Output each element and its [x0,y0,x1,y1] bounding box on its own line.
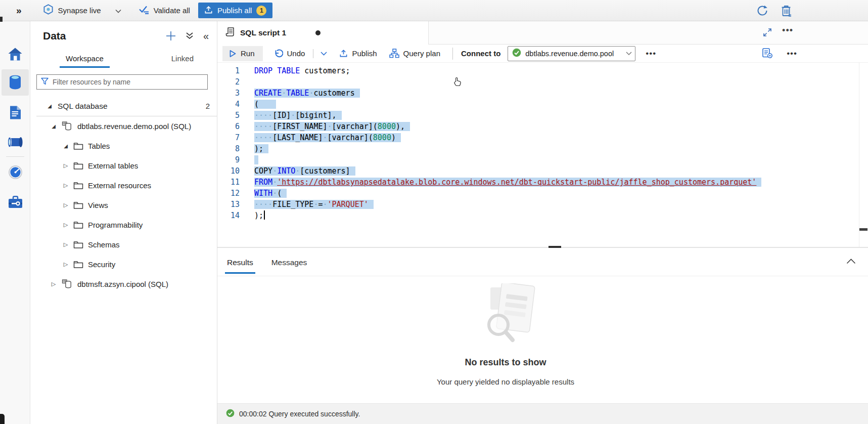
validate-all-button[interactable]: Validate all [139,5,190,16]
add-resource-icon[interactable] [166,31,176,41]
code-line[interactable]: 7····[LAST_NAME]·[varchar](8000) [217,132,868,143]
line-number: 2 [217,76,240,88]
expanded-node-icon[interactable]: ◢ [62,143,70,149]
nav-manage-icon[interactable] [0,195,30,209]
connect-to-pool-dropdown[interactable]: dbtlabs.revenue.demo.pool [508,46,635,61]
more-commands-icon[interactable]: ••• [641,49,661,59]
top-command-bar: » Synapse live Validate all Publish all … [0,0,868,21]
tree-item[interactable]: ▷dbtmsft.azsyn.cipool (SQL) [30,274,217,294]
tree-item[interactable]: ◢dbtlabs.revenue.demo.pool (SQL) [30,116,217,136]
publish-button[interactable]: Publish [334,46,382,61]
tab-linked[interactable]: Linked [165,50,200,68]
run-button[interactable]: Run [222,46,263,61]
chevron-down-icon[interactable] [115,6,121,15]
publish-count-badge: 1 [256,6,266,16]
selected-text: ····[ID]·[bigint], [254,111,342,120]
code-line[interactable]: 12WITH·( [217,188,868,199]
scrollbar-cursor-marker[interactable] [859,228,867,231]
code-line[interactable]: 8); [217,143,868,154]
folder-icon [73,162,83,170]
folder-icon [73,261,83,269]
tree-item[interactable]: ▷Security [30,255,217,274]
code-line[interactable]: 5····[ID]·[bigint], [217,110,868,121]
expand-menu-icon[interactable]: » [16,5,21,16]
selected-text: CREATE·TABLE·customers [254,89,360,98]
tree-item[interactable]: ◢SQL database2 [30,96,217,116]
mode-label: Synapse live [58,6,101,15]
collapse-panel-icon[interactable]: « [203,30,209,42]
run-options-chevron-icon[interactable] [316,46,331,61]
expand-editor-icon[interactable] [763,28,772,39]
collapsed-node-icon[interactable]: ▷ [62,241,70,248]
nav-monitor-icon[interactable] [0,165,30,180]
line-number: 8 [217,143,240,154]
code-line[interactable]: 13····FILE_TYPE·=·'PARQUET' [217,199,868,210]
editor-more-actions-icon[interactable]: ••• [787,49,797,59]
code-line[interactable]: 10COPY·INTO·[customers] [217,165,868,177]
collapsed-node-icon[interactable]: ▷ [50,281,58,287]
code-line[interactable]: 9 [217,154,868,165]
selected-text: FROM·'https://dbtlabsynapsedatalake.blob… [254,178,761,187]
collapsed-node-icon[interactable]: ▷ [62,182,70,189]
tree-item-label: dbtlabs.revenue.demo.pool (SQL) [77,122,191,131]
results-tab-bar: Results Messages [217,248,868,276]
sql-pool-icon [61,121,73,132]
collapsed-node-icon[interactable]: ▷ [62,162,70,169]
tree-item-label: External resources [88,181,151,190]
data-explorer-panel: Data « Workspace Linked ◢SQL database2◢d… [30,21,217,424]
sql-script-icon [225,27,235,39]
tab-workspace[interactable]: Workspace [60,50,110,68]
editor-tabstrip: SQL script 1 ••• [217,21,868,45]
filter-resources-input[interactable] [53,78,203,86]
expanded-node-icon[interactable]: ◢ [45,103,54,109]
tree-item[interactable]: ▷Programmability [30,215,217,235]
rail-divider [6,156,24,157]
code-line[interactable]: 4( [217,99,868,110]
sql-code-editor[interactable]: 1DROP TABLE customers;23CREATE·TABLE·cus… [217,63,868,247]
filter-box [36,74,208,90]
tree-item[interactable]: ▷Schemas [30,235,217,255]
tree-item[interactable]: ◢Tables [30,136,217,156]
code-line[interactable]: 2 [217,76,868,88]
tab-sql-script-1[interactable]: SQL script 1 [217,21,429,45]
tab-more-actions-icon[interactable]: ••• [782,25,793,36]
collapsed-node-icon[interactable]: ▷ [62,222,70,228]
line-number: 4 [217,99,240,110]
code-line[interactable]: 11FROM·'https://dbtlabsynapsedatalake.bl… [217,177,868,188]
undo-button[interactable]: Undo [269,46,310,61]
pool-status-ok-icon [512,48,521,59]
publish-all-button[interactable]: Publish all 1 [198,3,272,18]
tab-messages[interactable]: Messages [269,250,309,274]
expanded-node-icon[interactable]: ◢ [50,123,58,129]
synapse-live-selector[interactable]: Synapse live [43,4,121,17]
tree-item-label: Security [88,260,115,269]
tree-item[interactable]: ▷Views [30,195,217,215]
nav-develop-icon[interactable] [0,105,30,120]
code-line[interactable]: 3CREATE·TABLE·customers [217,88,868,99]
collapsed-node-icon[interactable]: ▷ [62,261,70,268]
tree-item[interactable]: ▷External resources [30,176,217,195]
synapse-logo-icon [43,4,54,17]
code-line[interactable]: 1DROP TABLE customers; [217,65,868,76]
tab-results[interactable]: Results [225,250,255,274]
query-plan-button[interactable]: Query plan [384,46,445,61]
tree-item-label: SQL database [58,102,108,111]
success-check-icon [226,409,235,419]
tree-item-label: Programmability [88,221,143,229]
tree-item[interactable]: ▷External tables [30,156,217,176]
line-number: 10 [217,165,240,177]
collapsed-node-icon[interactable]: ▷ [62,202,70,208]
window-edge-artifact [0,414,5,424]
actions-double-chevron-icon[interactable] [186,32,193,40]
code-line[interactable]: 14); [217,210,868,221]
discard-trash-icon[interactable] [781,5,792,17]
collapse-results-chevron-icon[interactable] [846,257,856,266]
refresh-icon[interactable] [756,5,768,17]
line-number: 6 [217,121,240,132]
nav-home-icon[interactable] [0,47,30,61]
nav-data-icon[interactable] [0,74,30,90]
code-line[interactable]: 6····[FIRST_NAME]·[varchar](8000), [217,121,868,132]
empty-results-title: No results to show [217,357,794,368]
properties-icon[interactable] [762,48,772,60]
nav-integrate-icon[interactable] [0,136,30,148]
